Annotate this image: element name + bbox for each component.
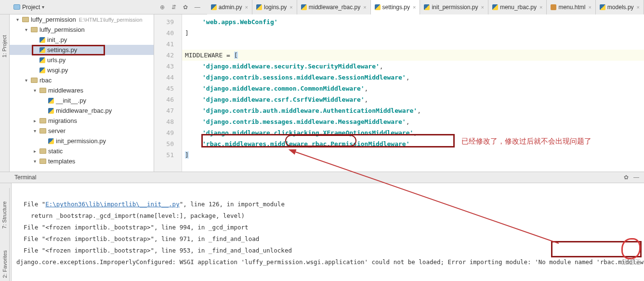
editor-tab[interactable]: settings.py× (371, 0, 421, 14)
py-file-icon (424, 4, 430, 10)
close-icon[interactable]: × (289, 4, 292, 10)
tree-label: init_permission.py (56, 137, 106, 145)
editor-tab[interactable]: middleware_rbac.py× (297, 0, 371, 14)
code-editor[interactable]: 39404142434445464748495051 'web.apps.Web… (154, 14, 644, 172)
code-text: ] (185, 29, 189, 37)
collapse-icon[interactable]: ⇵ (171, 4, 176, 11)
gear-icon[interactable]: ✿ (183, 4, 188, 11)
tree-row[interactable]: ▸static (10, 146, 154, 156)
locate-icon[interactable]: ⊕ (160, 4, 165, 11)
top-bar: Project ▾ ⊕ ⇵ ✿ — admin.py×logins.py×mid… (0, 0, 644, 14)
close-icon[interactable]: × (588, 4, 591, 10)
close-icon[interactable]: × (363, 4, 366, 10)
project-selector[interactable]: Project ▾ (0, 4, 47, 11)
left-gutter-bar: 1: Project (0, 14, 10, 172)
code-text: middleware_rbac. (270, 140, 330, 147)
tree-row[interactable]: init_permission.py (10, 136, 154, 146)
code-text: 'django.middleware.common.CommonMiddlewa… (202, 85, 365, 92)
python-file-icon (39, 47, 45, 53)
tree-row[interactable]: ▾rbac (10, 75, 154, 85)
tree-label: __init__.py (56, 97, 86, 104)
tree-row[interactable]: wsgi.py (10, 65, 154, 75)
code-text: 'django.middleware.clickjacking.XFrameOp… (202, 129, 413, 136)
close-icon[interactable]: × (539, 4, 542, 10)
editor-tab[interactable]: menu_rbac.py× (488, 0, 547, 14)
close-icon[interactable]: × (637, 4, 640, 10)
code-text: 'django.middleware.csrf.CsrfViewMiddlewa… (202, 96, 365, 103)
code-text: 'django.contrib.sessions.middleware.Sess… (202, 74, 406, 81)
py-file-icon (301, 4, 307, 10)
tree-row[interactable]: ▾templates (10, 156, 154, 166)
python-file-icon (39, 37, 45, 43)
minimize-icon[interactable]: — (633, 174, 639, 181)
close-icon[interactable]: × (413, 4, 416, 10)
expand-arrow-icon[interactable]: ▾ (16, 17, 22, 22)
tree-row[interactable]: __init__.py (10, 95, 154, 106)
tab-label: init_permission.py (432, 4, 478, 11)
tree-row[interactable]: urls.py (10, 55, 154, 65)
expand-arrow-icon[interactable]: ▾ (25, 78, 31, 83)
terminal-body: + × File "E:\python36\lib\importlib\__in… (0, 183, 644, 281)
project-tool-label[interactable]: 1: Project (2, 35, 8, 57)
annotation-text: 已经修改了，修改过后就不会出现问题了 (461, 137, 591, 146)
structure-tool-label[interactable]: 7: Structure (2, 201, 8, 229)
tree-label: init_.py (47, 36, 67, 43)
editor-tab[interactable]: models.py× (596, 0, 644, 14)
favorites-tool-label[interactable]: 2: Favorites (2, 250, 8, 278)
tab-label: menu.html (558, 4, 585, 11)
watermark: 亿速云 (621, 258, 641, 267)
tree-label: rbac (39, 77, 52, 84)
code-text: 'django.contrib.auth.middleware.Authenti… (202, 107, 417, 114)
terminal-header[interactable]: Terminal ✿ — (0, 172, 644, 183)
python-file-icon (48, 108, 54, 114)
expand-arrow-icon[interactable]: ▾ (34, 128, 39, 134)
code-text: MIDDLEWARE = (185, 52, 234, 59)
folder-icon (31, 78, 38, 83)
main-area: 1: Project ▾luffy_permissionE:\HTML1\luf… (0, 14, 644, 172)
line-number: 41 (154, 39, 182, 50)
expand-arrow-icon[interactable]: ▾ (34, 159, 39, 164)
tree-label: middleware_rbac.py (56, 107, 112, 114)
terminal-title: Terminal (14, 174, 36, 181)
expand-arrow-icon[interactable]: ▾ (25, 27, 31, 32)
folder-icon (39, 159, 46, 164)
editor-tab[interactable]: admin.py× (207, 0, 252, 14)
editor-tab[interactable]: init_permission.py× (420, 0, 488, 14)
code-text: [ (234, 52, 238, 59)
tree-row[interactable]: ▸migrations (10, 116, 154, 126)
minimize-icon[interactable]: — (195, 4, 200, 11)
python-file-icon (48, 138, 54, 144)
expand-arrow-icon[interactable]: ▸ (34, 118, 39, 123)
code-area[interactable]: 'web.apps.WebConfig' ] MIDDLEWARE = [ 'd… (182, 14, 644, 172)
tree-row[interactable]: settings.py (10, 45, 154, 55)
tree-row[interactable]: ▾server (10, 126, 154, 136)
tab-label: middleware_rbac.py (309, 4, 360, 11)
expand-arrow-icon[interactable]: ▾ (34, 88, 39, 93)
gear-icon[interactable]: ✿ (624, 174, 629, 181)
left-tool-labels: 7: Structure 2: Favorites (0, 188, 10, 281)
tree-row[interactable]: ▾luffy_permissionE:\HTML1\luffy_permissi… (10, 14, 154, 25)
py-file-icon (375, 4, 381, 10)
project-tree[interactable]: ▾luffy_permissionE:\HTML1\luffy_permissi… (10, 14, 154, 172)
line-number: 47 (154, 105, 182, 116)
line-number: 51 (154, 149, 182, 161)
code-text: 'web.apps.WebConfig' (202, 18, 278, 26)
close-icon[interactable]: × (481, 4, 484, 10)
tree-row[interactable]: middleware_rbac.py (10, 106, 154, 116)
tree-label: middlewares (48, 87, 83, 94)
expand-arrow-icon[interactable]: ▸ (34, 148, 39, 154)
python-file-icon (39, 67, 45, 73)
terminal-output[interactable]: File "E:\python36\lib\importlib\__init__… (12, 183, 644, 281)
py-file-icon (492, 4, 498, 10)
tree-row[interactable]: ▾middlewares (10, 85, 154, 95)
tree-row[interactable]: init_.py (10, 35, 154, 45)
tab-label: settings.py (382, 4, 410, 11)
file-link[interactable]: E:\python36\lib\importlib\__init__.py (45, 201, 179, 208)
editor-tab[interactable]: menu.html× (547, 0, 595, 14)
line-number: 46 (154, 94, 182, 105)
line-number: 44 (154, 72, 182, 83)
close-icon[interactable]: × (245, 4, 248, 10)
editor-tab[interactable]: logins.py× (252, 0, 297, 14)
tree-row[interactable]: ▾luffy_permission (10, 25, 154, 35)
py-file-icon (256, 4, 262, 10)
